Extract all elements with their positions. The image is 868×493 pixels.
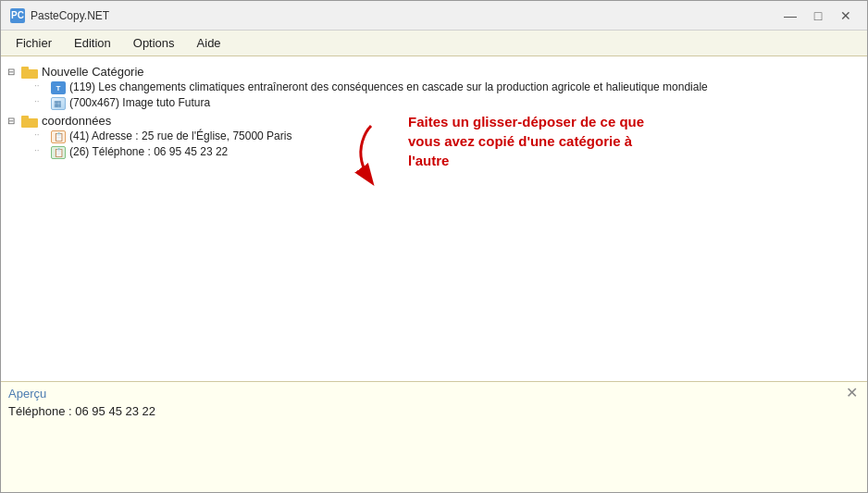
main-area: ⊟ Nouvelle Catégorie ·· T (119) Les chan… bbox=[1, 56, 867, 381]
title-bar: PC PasteCopy.NET — □ ✕ bbox=[1, 1, 867, 31]
close-button[interactable]: ✕ bbox=[834, 6, 858, 25]
preview-content: Téléphone : 06 95 45 23 22 bbox=[8, 404, 860, 418]
window-title: PasteCopy.NET bbox=[31, 9, 109, 22]
address-icon: 📋 bbox=[51, 130, 66, 143]
image-icon-1 bbox=[51, 97, 66, 110]
list-item[interactable]: ·· (700x467) Image tuto Futura bbox=[34, 95, 863, 111]
category-nouvelle-header[interactable]: ⊟ Nouvelle Catégorie bbox=[5, 64, 863, 80]
phone-icon: 📋 bbox=[51, 146, 66, 159]
drag-arrow bbox=[343, 121, 399, 195]
menu-aide[interactable]: Aide bbox=[190, 34, 229, 52]
folder-icon-cat2 bbox=[21, 115, 38, 128]
tree-pane: ⊟ Nouvelle Catégorie ·· T (119) Les chan… bbox=[1, 56, 867, 381]
text-icon-1: T bbox=[51, 81, 66, 94]
tree-connector-3: ·· bbox=[34, 129, 47, 140]
menu-options[interactable]: Options bbox=[126, 34, 182, 52]
category-nouvelle-label: Nouvelle Catégorie bbox=[42, 65, 144, 79]
expand-icon-cat1: ⊟ bbox=[5, 66, 18, 79]
preview-pane: Aperçu ✕ Téléphone : 06 95 45 23 22 bbox=[1, 381, 867, 492]
menu-edition[interactable]: Edition bbox=[67, 34, 118, 52]
folder-icon-cat1 bbox=[21, 66, 38, 79]
menu-fichier[interactable]: Fichier bbox=[8, 34, 59, 52]
tree-connector-4: ·· bbox=[34, 145, 47, 155]
item-label-2: (700x467) Image tuto Futura bbox=[69, 96, 863, 109]
menu-bar: Fichier Edition Options Aide bbox=[1, 31, 867, 56]
title-bar-left: PC PasteCopy.NET bbox=[10, 8, 109, 23]
maximize-button[interactable]: □ bbox=[806, 6, 830, 25]
expand-icon-cat2: ⊟ bbox=[5, 115, 18, 128]
tree-connector-1: ·· bbox=[34, 80, 47, 91]
minimize-button[interactable]: — bbox=[778, 6, 802, 25]
title-controls: — □ ✕ bbox=[778, 6, 858, 25]
tree-items-cat1: ·· T (119) Les changements climatiques e… bbox=[5, 80, 863, 111]
category-coordonnees-label: coordonnées bbox=[42, 114, 111, 128]
category-nouvelle: ⊟ Nouvelle Catégorie ·· T (119) Les chan… bbox=[5, 64, 863, 111]
list-item[interactable]: ·· T (119) Les changements climatiques e… bbox=[34, 80, 863, 95]
preview-header: Aperçu ✕ bbox=[8, 386, 860, 401]
preview-close-button[interactable]: ✕ bbox=[844, 386, 860, 401]
app-icon: PC bbox=[10, 8, 25, 23]
tree-connector-2: ·· bbox=[34, 96, 47, 106]
item-label-1: (119) Les changements climatiques entraî… bbox=[69, 80, 863, 93]
annotation-area: Faites un glisser-déposer de ce que vous… bbox=[343, 112, 667, 195]
annotation-text: Faites un glisser-déposer de ce que vous… bbox=[408, 112, 667, 170]
preview-label: Aperçu bbox=[8, 387, 46, 401]
